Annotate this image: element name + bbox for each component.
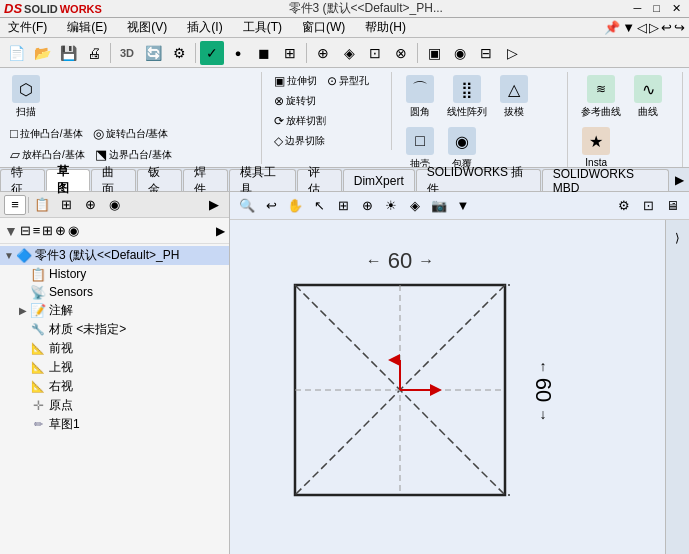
filter-more-icon[interactable]: ▶ bbox=[216, 224, 225, 238]
vp-pan-btn[interactable]: ✋ bbox=[284, 195, 306, 217]
linear-pattern-btn[interactable]: ⣿ 线性阵列 bbox=[442, 72, 492, 122]
root-expand-icon[interactable]: ▼ bbox=[2, 249, 16, 263]
minimize-btn[interactable]: ─ bbox=[630, 2, 646, 15]
tab-sheetmetal[interactable]: 钣金 bbox=[137, 169, 182, 191]
vp-display-btn[interactable]: ⊕ bbox=[356, 195, 378, 217]
tab-sketch[interactable]: 草图 bbox=[46, 169, 91, 191]
loft-boss-btn[interactable]: ▱ 放样凸台/基体 bbox=[6, 145, 89, 164]
tree-sketch1-item[interactable]: ▶ ✏ 草图1 bbox=[0, 415, 229, 434]
tree-right-item[interactable]: ▶ 📐 右视 bbox=[0, 377, 229, 396]
sweep-cut-btn[interactable]: ⟳ 放样切割 bbox=[270, 112, 330, 130]
rp-icon-1[interactable]: ⟩ bbox=[668, 228, 688, 248]
ref-geometry-btn[interactable]: ≋ 参考曲线 bbox=[576, 72, 626, 122]
settings-icon[interactable]: ▼ bbox=[622, 20, 635, 35]
annotations-expand-icon[interactable]: ▶ bbox=[16, 304, 30, 318]
tree-sensors-item[interactable]: ▶ 📡 Sensors bbox=[0, 283, 229, 301]
boundary-boss-btn[interactable]: ⬔ 边界凸台/基体 bbox=[91, 145, 176, 164]
tab-mold[interactable]: 模具工具 bbox=[229, 169, 296, 191]
arrow-right-icon[interactable]: ▷ bbox=[649, 20, 659, 35]
sweep-btn[interactable]: ⬡ 扫描 bbox=[6, 72, 46, 122]
redo-icon[interactable]: ↪ bbox=[674, 20, 685, 35]
tree-annotations-item[interactable]: ▶ 📝 注解 bbox=[0, 301, 229, 320]
new-btn[interactable]: 📄 bbox=[4, 41, 28, 65]
tree-origin-item[interactable]: ▶ ✛ 原点 bbox=[0, 396, 229, 415]
shapes-btn[interactable]: ◼ bbox=[252, 41, 276, 65]
tree-top-item[interactable]: ▶ 📐 上视 bbox=[0, 358, 229, 377]
tab-sw-mbd[interactable]: SOLIDWORKS MBD bbox=[542, 169, 669, 191]
menu-tools[interactable]: 工具(T) bbox=[239, 18, 286, 37]
tab-more-btn[interactable]: ▶ bbox=[670, 169, 689, 191]
vp-settings2-btn[interactable]: ⚙ bbox=[613, 195, 635, 217]
draft-btn[interactable]: △ 拔模 bbox=[494, 72, 534, 122]
hole-wizard-btn[interactable]: ⊙ 异型孔 bbox=[323, 72, 373, 90]
menu-edit[interactable]: 编辑(E) bbox=[63, 18, 111, 37]
boundary-cut-btn[interactable]: ◇ 边界切除 bbox=[270, 132, 329, 150]
tb-extra7[interactable]: ⊟ bbox=[474, 41, 498, 65]
tab-evaluate[interactable]: 评估 bbox=[297, 169, 342, 191]
expand-right-tab[interactable]: ▶ bbox=[203, 195, 225, 215]
num-icon[interactable]: ● bbox=[226, 41, 250, 65]
vp-more-btn[interactable]: ▼ bbox=[452, 195, 474, 217]
vp-light-btn[interactable]: ☀ bbox=[380, 195, 402, 217]
tree-front-item[interactable]: ▶ 📐 前视 bbox=[0, 339, 229, 358]
menu-view[interactable]: 视图(V) bbox=[123, 18, 171, 37]
revolve-boss-btn[interactable]: ◎ 旋转凸台/基体 bbox=[89, 124, 173, 143]
rebuild-btn[interactable]: 🔄 bbox=[141, 41, 165, 65]
extrude-cut-btn[interactable]: ▣ 拉伸切 bbox=[270, 72, 321, 90]
open-btn[interactable]: 📂 bbox=[30, 41, 54, 65]
print-btn[interactable]: 🖨 bbox=[82, 41, 106, 65]
tab-features[interactable]: 特征 bbox=[0, 169, 45, 191]
filter-funnel-icon[interactable]: ⊟ bbox=[20, 223, 31, 238]
tb-extra5[interactable]: ▣ bbox=[422, 41, 446, 65]
menu-window[interactable]: 窗口(W) bbox=[298, 18, 349, 37]
tree-history-item[interactable]: ▶ 📋 History bbox=[0, 265, 229, 283]
fillet-btn[interactable]: ⌒ 圆角 bbox=[400, 72, 440, 122]
tb-extra3[interactable]: ⊡ bbox=[363, 41, 387, 65]
tab-weldment[interactable]: 焊件 bbox=[183, 169, 228, 191]
vp-fullscreen-btn[interactable]: ⊡ bbox=[637, 195, 659, 217]
options-btn[interactable]: ⚙ bbox=[167, 41, 191, 65]
config-tab[interactable]: ⊞ bbox=[55, 195, 77, 215]
tree-root-item[interactable]: ▼ 🔷 零件3 (默认<<Default>_PH bbox=[0, 246, 229, 265]
tab-dimxpert[interactable]: DimXpert bbox=[343, 169, 415, 191]
filter-pie-icon[interactable]: ◉ bbox=[68, 223, 79, 238]
feature-tree-tab[interactable]: ≡ bbox=[4, 195, 26, 215]
undo-icon[interactable]: ↩ bbox=[661, 20, 672, 35]
tb-extra6[interactable]: ◉ bbox=[448, 41, 472, 65]
shell-btn[interactable]: □ 抽壳 bbox=[400, 124, 440, 167]
tb-extra1[interactable]: ⊕ bbox=[311, 41, 335, 65]
vp-section-btn[interactable]: ◈ bbox=[404, 195, 426, 217]
vp-rotate-btn[interactable]: ↩ bbox=[260, 195, 282, 217]
save-btn[interactable]: 💾 bbox=[56, 41, 80, 65]
wrap-btn[interactable]: ◉ 包覆 bbox=[442, 124, 482, 167]
vp-camera-btn[interactable]: 📷 bbox=[428, 195, 450, 217]
vp-monitor-btn[interactable]: 🖥 bbox=[661, 195, 683, 217]
filter-list-icon[interactable]: ≡ bbox=[33, 223, 41, 238]
display-tab[interactable]: ⊕ bbox=[79, 195, 101, 215]
tab-sw-addins[interactable]: SOLIDWORKS 插件 bbox=[416, 169, 541, 191]
menu-insert[interactable]: 插入(I) bbox=[183, 18, 226, 37]
property-tab[interactable]: 📋 bbox=[31, 195, 53, 215]
vp-select-btn[interactable]: ↖ bbox=[308, 195, 330, 217]
tab-surface[interactable]: 曲面 bbox=[91, 169, 136, 191]
menu-file[interactable]: 文件(F) bbox=[4, 18, 51, 37]
maximize-btn[interactable]: □ bbox=[649, 2, 664, 15]
filter-grid-icon[interactable]: ⊞ bbox=[42, 223, 53, 238]
cam-tab[interactable]: ◉ bbox=[103, 195, 125, 215]
vp-zoom-btn[interactable]: 🔍 bbox=[236, 195, 258, 217]
pin-icon[interactable]: 📌 bbox=[604, 20, 620, 35]
view2-btn[interactable]: ⊞ bbox=[278, 41, 302, 65]
tb-extra2[interactable]: ◈ bbox=[337, 41, 361, 65]
filter-crosshair-icon[interactable]: ⊕ bbox=[55, 223, 66, 238]
tree-material-item[interactable]: ▶ 🔧 材质 <未指定> bbox=[0, 320, 229, 339]
menu-help[interactable]: 帮助(H) bbox=[361, 18, 410, 37]
instant-btn[interactable]: ★ Insta bbox=[576, 124, 616, 167]
tb-extra4[interactable]: ⊗ bbox=[389, 41, 413, 65]
tb-extra8[interactable]: ▷ bbox=[500, 41, 524, 65]
revolve-cut-btn[interactable]: ⊗ 旋转切 bbox=[270, 92, 320, 110]
vp-view-btn[interactable]: ⊞ bbox=[332, 195, 354, 217]
close-btn[interactable]: ✕ bbox=[668, 2, 685, 15]
check-btn[interactable]: ✓ bbox=[200, 41, 224, 65]
arrow-left-icon[interactable]: ◁ bbox=[637, 20, 647, 35]
extrude-boss-btn[interactable]: □ 拉伸凸台/基体 bbox=[6, 124, 87, 143]
